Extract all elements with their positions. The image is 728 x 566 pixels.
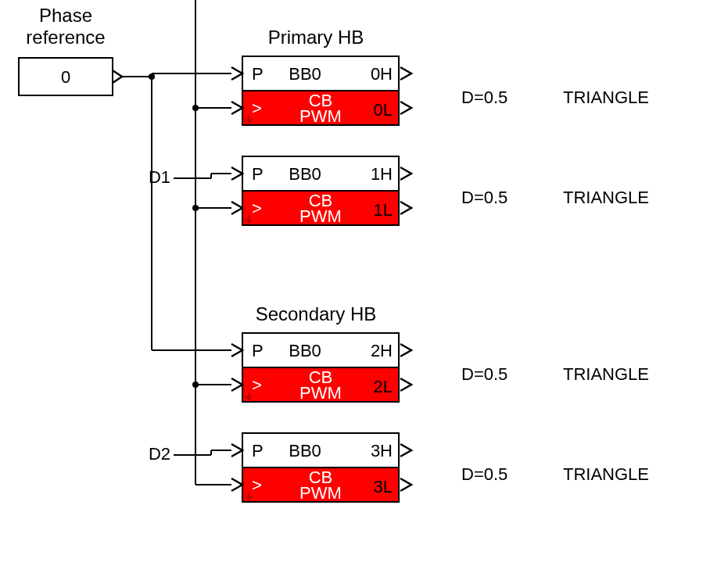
phase-ref-label-line1: Phase [39,5,92,26]
primary-hb-title: Primary HB [268,27,364,48]
gt-label: > [252,199,262,218]
lo-label: 0L [374,100,393,120]
inport-gt [231,202,242,214]
hi-label: 3H [371,441,393,460]
d2-label: D2 [149,444,170,464]
gt-label: > [252,375,262,395]
p-label: P [252,64,264,84]
hi-label: 0H [371,64,393,84]
node [192,382,199,388]
p-label: P [252,341,264,360]
pwm-label: PWM [299,106,342,126]
pwm-label: PWM [299,206,342,226]
cbpwm-block-0[interactable]: P BB0 0H > CB PWM 0L [231,56,411,126]
bb-label: BB0 [289,341,321,360]
outport-l [400,202,411,214]
gt-label: > [252,99,262,118]
hi-label: 2H [371,341,393,360]
phase-ref-value: 0 [61,67,70,87]
outport-l [400,102,411,114]
pwm-label: PWM [299,383,342,403]
pwm-label: PWM [299,483,342,503]
note-w-2: TRIANGLE [563,364,649,384]
hi-label: 1H [371,164,393,184]
note-d-3: D=0.5 [461,464,507,484]
node [149,73,155,80]
bb-label: BB0 [289,164,321,184]
cbpwm-block-3[interactable]: P BB0 3H > CB PWM 3L [231,433,411,503]
note-w-3: TRIANGLE [563,464,649,484]
inport-p [231,444,242,457]
lo-label: 1L [374,200,393,220]
inport-gt [231,102,242,114]
inport-p [231,344,242,356]
lo-label: 2L [374,377,393,396]
bb-label: BB0 [289,64,321,84]
outport-h [400,344,411,356]
bb-label: BB0 [289,441,321,460]
inport-gt [231,378,242,391]
outport-l [400,478,411,491]
diagram-canvas: Phase reference 0 Primary HB Secondary H… [0,0,728,566]
outport-h [400,67,411,80]
note-d-2: D=0.5 [461,364,507,384]
inport-gt [231,478,242,491]
node [192,205,199,211]
p-label: P [252,164,264,184]
outport-h [400,444,411,457]
note-d-1: D=0.5 [461,188,507,207]
inport-p [231,167,242,180]
secondary-hb-title: Secondary HB [256,303,377,324]
gt-label: > [252,475,262,495]
inport-p [231,67,242,80]
outport-l [400,378,411,391]
cbpwm-block-1[interactable]: P BB0 1H > CB PWM 1L [231,156,411,226]
cbpwm-block-2[interactable]: P BB0 2H > CB PWM 2L [231,333,411,403]
node [192,105,199,111]
phase-ref-outport [113,70,122,83]
phase-ref-label-line2: reference [26,27,105,48]
note-w-0: TRIANGLE [563,88,649,107]
note-d-0: D=0.5 [461,88,507,107]
lo-label: 3L [374,477,393,496]
outport-h [400,167,411,180]
p-label: P [252,441,264,460]
note-w-1: TRIANGLE [563,188,649,207]
